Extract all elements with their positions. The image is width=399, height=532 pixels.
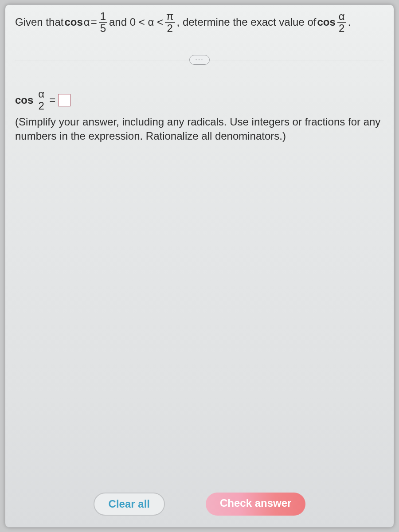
answer-input[interactable] (58, 94, 70, 106)
fraction-1-5: 1 5 (99, 11, 107, 34)
q-cos: cos (64, 14, 82, 31)
fraction-alpha-2: α 2 (337, 11, 346, 34)
question-text: Given that cos α = 1 5 and 0 < α < π 2 ,… (15, 11, 384, 34)
problem-panel: Given that cos α = 1 5 and 0 < α < π 2 ,… (5, 4, 394, 528)
answer-instructions: (Simplify your answer, including any rad… (15, 115, 384, 144)
answer-fraction-alpha-2: α 2 (37, 89, 46, 111)
frac-num: 1 (99, 11, 107, 22)
frac-num: α (37, 89, 46, 100)
q-segment: and 0 < α < (109, 14, 163, 31)
answer-eq: = (49, 94, 55, 106)
frac-num: π (165, 11, 175, 22)
answer-cos: cos (15, 94, 33, 106)
more-button[interactable]: ... (189, 55, 209, 65)
q-segment: . (348, 14, 351, 31)
divider-left (15, 60, 190, 60)
q-eq: = (91, 14, 97, 31)
frac-den: 5 (99, 23, 107, 34)
separator-row: ... (15, 55, 384, 65)
clear-all-button[interactable]: Clear all (94, 493, 165, 516)
frac-den: 2 (166, 23, 174, 34)
frac-den: 2 (337, 23, 346, 34)
q-alpha: α (84, 14, 90, 31)
answer-block: cos α 2 = (Simplify your answer, includi… (15, 89, 384, 144)
q-segment: , determine the exact value of (177, 14, 317, 31)
fraction-pi-2: π 2 (165, 11, 175, 34)
answer-line: cos α 2 = (15, 89, 384, 111)
check-answer-button[interactable]: Check answer (206, 493, 305, 516)
q-cos2: cos (317, 14, 335, 31)
frac-num: α (337, 11, 346, 22)
button-row: Clear all Check answer (5, 493, 394, 516)
divider-right (209, 60, 384, 60)
q-segment: Given that (15, 14, 63, 31)
ellipsis-icon: ... (195, 54, 203, 62)
frac-den: 2 (37, 100, 46, 111)
